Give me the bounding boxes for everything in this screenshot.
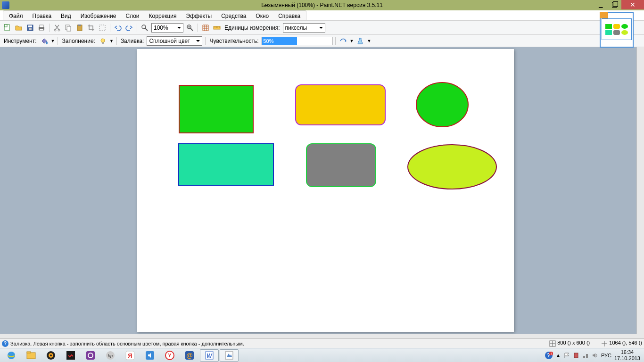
taskbar-app1-icon[interactable] — [61, 349, 80, 362]
taskbar-sound-icon[interactable] — [140, 349, 159, 362]
menu-window[interactable]: Окно — [251, 12, 273, 20]
taskbar: hp Я Y @ W ?! ▲ РУС 16:34 17.10.2013 — [0, 348, 644, 362]
menu-layers[interactable]: Слои — [121, 12, 144, 20]
flask-icon[interactable] — [355, 36, 365, 46]
fillmode-label: Заливка: — [120, 38, 145, 44]
svg-point-15 — [142, 25, 146, 29]
taskbar-explorer-icon[interactable] — [22, 349, 41, 362]
separator — [116, 37, 117, 45]
svg-rect-3 — [28, 25, 32, 27]
canvas-size-text: 800 () x 600 () — [557, 340, 590, 346]
thumbnail-tab[interactable] — [600, 12, 608, 18]
titlebar: Безымянный (100%) - Paint.NET версия 3.5… — [0, 0, 644, 10]
deselect-icon[interactable] — [98, 23, 107, 33]
new-file-icon[interactable] — [3, 23, 12, 33]
menu-image[interactable]: Изображение — [76, 12, 121, 20]
svg-rect-13 — [78, 25, 81, 26]
svg-rect-7 — [40, 29, 43, 31]
cut-icon[interactable] — [52, 23, 62, 33]
tray-help-icon[interactable]: ?! — [545, 351, 553, 360]
zoom-combo[interactable]: 100% — [151, 23, 183, 33]
window-title: Безымянный (100%) - Paint.NET версия 3.5… — [261, 2, 383, 8]
vertical-scrollbar[interactable] — [636, 47, 644, 334]
fill-dropdown-icon[interactable]: ▼ — [109, 39, 114, 43]
taskbar-ie-icon[interactable] — [2, 349, 21, 362]
menu-effects[interactable]: Эффекты — [182, 12, 217, 20]
tray-up-icon[interactable]: ▲ — [556, 353, 561, 358]
tray-clock[interactable]: 16:34 17.10.2013 — [614, 349, 640, 361]
contiguous-icon[interactable] — [339, 36, 348, 46]
crop-icon[interactable] — [86, 23, 96, 33]
taskbar-yandex-icon[interactable]: Я — [121, 349, 140, 362]
image-thumbnail-panel[interactable] — [600, 12, 634, 48]
svg-point-22 — [46, 41, 48, 44]
tray-device-icon[interactable] — [573, 352, 579, 359]
svg-rect-4 — [29, 28, 32, 30]
taskbar-app2-icon[interactable] — [81, 349, 100, 362]
taskbar-word-icon[interactable]: W — [200, 349, 219, 362]
svg-point-28 — [416, 82, 468, 127]
main-toolbar: 100% Единицы измерения: пикселы — [0, 21, 644, 35]
tool-dropdown-icon[interactable]: ▼ — [51, 39, 55, 43]
svg-point-23 — [101, 39, 105, 42]
lightbulb-icon[interactable] — [98, 36, 107, 46]
svg-rect-27 — [296, 85, 385, 125]
close-button[interactable]: ✕ — [621, 0, 644, 9]
svg-rect-26 — [179, 85, 253, 133]
svg-text:hp: hp — [108, 354, 113, 358]
menu-view[interactable]: Вид — [56, 12, 76, 20]
menu-help[interactable]: Справка — [273, 12, 305, 20]
tray-flag-icon[interactable] — [563, 352, 570, 359]
tolerance-label: Чувствительность: — [208, 38, 259, 44]
workspace — [0, 47, 644, 341]
contiguous-dropdown-icon[interactable]: ▼ — [350, 39, 354, 43]
menu-edit[interactable]: Правка — [28, 12, 57, 20]
print-icon[interactable] — [37, 23, 46, 33]
svg-text:@: @ — [186, 352, 193, 359]
minimize-button[interactable]: ▁ — [594, 0, 607, 9]
copy-icon[interactable] — [64, 23, 73, 33]
taskbar-ybrowser-icon[interactable]: Y — [160, 349, 179, 362]
svg-rect-30 — [306, 144, 376, 187]
svg-rect-35 — [27, 352, 31, 353]
units-combo[interactable]: пикселы — [283, 23, 325, 33]
open-file-icon[interactable] — [14, 23, 24, 33]
svg-rect-24 — [102, 42, 104, 44]
fillmode-combo[interactable]: Сплошной цвет — [147, 36, 202, 46]
taskbar-mail-icon[interactable]: @ — [180, 349, 199, 362]
undo-icon[interactable] — [113, 23, 123, 33]
svg-point-38 — [50, 354, 52, 356]
separator — [137, 24, 137, 32]
tray-volume-icon[interactable] — [592, 352, 598, 359]
taskbar-media-icon[interactable] — [41, 349, 60, 362]
redo-icon[interactable] — [124, 23, 134, 33]
flask-dropdown-icon[interactable]: ▼ — [367, 39, 371, 43]
svg-line-16 — [145, 28, 148, 31]
svg-text:Y: Y — [168, 353, 172, 358]
maximize-button[interactable] — [607, 0, 621, 9]
taskbar-paintnet-icon[interactable] — [220, 349, 239, 362]
ruler-icon[interactable] — [212, 23, 222, 33]
svg-rect-60 — [586, 354, 588, 358]
taskbar-hp-icon[interactable]: hp — [101, 349, 120, 362]
svg-text:Я: Я — [128, 352, 132, 359]
tray-lang[interactable]: РУС — [601, 353, 611, 358]
save-icon[interactable] — [25, 23, 35, 33]
menu-tools[interactable]: Средства — [216, 12, 251, 20]
svg-rect-29 — [179, 144, 273, 185]
zoom-fit-icon[interactable] — [185, 23, 195, 33]
paint-bucket-icon[interactable] — [40, 36, 49, 46]
zoom-tool-icon[interactable] — [140, 23, 149, 33]
menu-file[interactable]: Файл — [4, 12, 28, 20]
svg-rect-6 — [40, 25, 43, 27]
tolerance-slider[interactable]: 50% — [262, 37, 332, 45]
canvas[interactable] — [137, 49, 514, 332]
menu-adjustments[interactable]: Коррекция — [144, 12, 182, 20]
tray-network-icon[interactable] — [582, 352, 589, 359]
paste-icon[interactable] — [75, 23, 84, 33]
svg-rect-34 — [27, 353, 35, 359]
zoom-value: 100% — [154, 25, 168, 31]
grid-icon[interactable] — [201, 23, 210, 33]
separator — [198, 24, 198, 32]
svg-rect-14 — [99, 25, 105, 31]
